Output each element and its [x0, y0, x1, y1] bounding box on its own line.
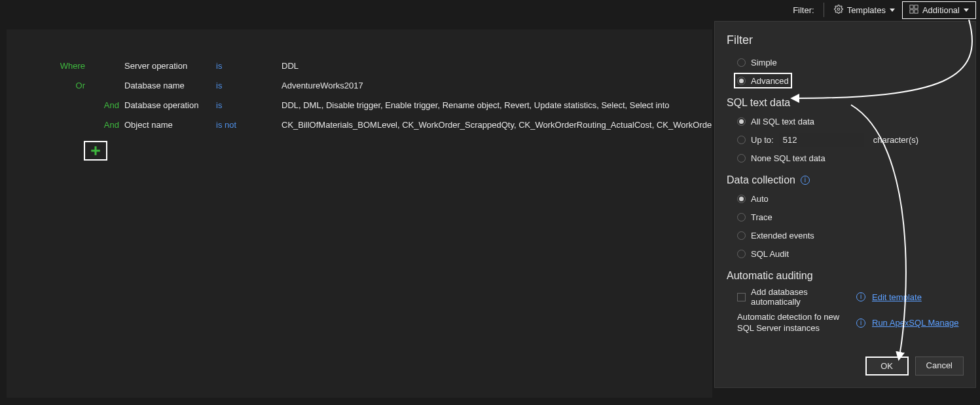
characters-suffix: character(s): [873, 135, 918, 145]
datacol-auto-label: Auto: [751, 194, 769, 204]
auto-detect-row: Automatic detection fo new SQL Server in…: [727, 312, 964, 334]
radio-icon: [737, 195, 746, 203]
filter-workspace: WhereServer operationisDDLOrDatabase nam…: [7, 29, 712, 398]
datacol-trace-option[interactable]: Trace: [737, 210, 964, 224]
ok-button[interactable]: OK: [865, 357, 909, 376]
sqltext-group: All SQL text data Up to: character(s) No…: [727, 114, 964, 165]
chevron-down-icon: [964, 9, 969, 12]
additional-label: Additional: [922, 5, 960, 15]
radio-icon: [737, 231, 746, 240]
chevron-down-icon: [890, 9, 895, 12]
rule-operator[interactable]: And: [7, 120, 124, 130]
additional-dropdown[interactable]: Additional: [902, 1, 976, 19]
checkbox-icon: [737, 293, 746, 301]
filter-section-title: Filter: [727, 33, 964, 47]
radio-icon: [737, 213, 746, 222]
datacollection-section-title: Data collection i: [727, 174, 964, 186]
rule-value[interactable]: CK_BillOfMaterials_BOMLevel, CK_WorkOrde…: [281, 120, 712, 130]
add-db-auto-row: Add databases automatically i Edit templ…: [727, 287, 964, 307]
rule-condition[interactable]: is: [216, 100, 281, 110]
datacol-audit-option[interactable]: SQL Audit: [737, 246, 964, 261]
datacollection-group: Auto Trace Extended events SQL Audit: [727, 191, 964, 261]
svg-point-0: [837, 8, 840, 10]
rule-operator[interactable]: Or: [7, 81, 124, 90]
plus-icon: [90, 145, 101, 157]
additional-icon: [909, 5, 918, 16]
rule-operator[interactable]: And: [7, 100, 124, 110]
sqltext-upto-input[interactable]: [779, 133, 864, 147]
filter-rule-row[interactable]: WhereServer operationisDDL: [7, 56, 712, 75]
datacol-auto-option[interactable]: Auto: [737, 191, 964, 206]
templates-dropdown[interactable]: Templates: [827, 1, 902, 19]
radio-icon: [737, 154, 746, 163]
filter-mode-group: Simple Advanced: [727, 55, 964, 88]
radio-icon: [737, 117, 746, 126]
rule-value[interactable]: AdventureWorks2017: [281, 81, 712, 90]
edit-template-link[interactable]: Edit template: [872, 292, 964, 302]
additional-options-panel: Filter Simple Advanced SQL text data All…: [714, 21, 976, 388]
sqltext-none-label: None SQL text data: [751, 153, 826, 163]
add-db-auto-label: Add databases automatically: [751, 287, 854, 307]
radio-icon: [737, 77, 746, 85]
rule-condition[interactable]: is: [216, 61, 281, 71]
rule-field[interactable]: Server operation: [124, 61, 216, 71]
rule-condition[interactable]: is: [216, 81, 281, 90]
rule-value[interactable]: DDL: [281, 61, 712, 71]
filter-rule-row[interactable]: AndDatabase operationisDDL, DML, Disable…: [7, 95, 712, 115]
svg-rect-4: [915, 9, 918, 12]
radio-icon: [737, 58, 746, 67]
radio-icon: [737, 250, 746, 258]
sqltext-all-option[interactable]: All SQL text data: [737, 114, 964, 128]
sqltext-all-label: All SQL text data: [751, 117, 814, 126]
filter-rule-row[interactable]: AndObject nameis notCK_BillOfMaterials_B…: [7, 115, 712, 134]
rule-field[interactable]: Database operation: [124, 100, 216, 110]
cancel-button[interactable]: Cancel: [915, 357, 964, 376]
rules-list: WhereServer operationisDDLOrDatabase nam…: [7, 29, 712, 134]
rule-field[interactable]: Object name: [124, 120, 216, 130]
sqltext-upto-label: Up to:: [751, 135, 774, 145]
add-rule-button[interactable]: [84, 141, 107, 161]
svg-rect-2: [915, 5, 918, 8]
filter-advanced-label: Advanced: [751, 76, 789, 86]
rule-operator[interactable]: Where: [7, 61, 124, 71]
filter-simple-option[interactable]: Simple: [737, 55, 964, 69]
filter-label: Filter:: [786, 5, 821, 15]
datacol-audit-label: SQL Audit: [751, 249, 789, 259]
rule-field[interactable]: Database name: [124, 81, 216, 90]
sqltext-section-title: SQL text data: [727, 97, 964, 109]
svg-rect-3: [910, 9, 913, 12]
radio-icon: [737, 136, 746, 144]
info-icon[interactable]: i: [856, 318, 865, 328]
gear-icon: [834, 5, 843, 16]
filter-advanced-option[interactable]: Advanced: [735, 73, 791, 88]
datacol-ext-label: Extended events: [751, 231, 814, 241]
datacol-ext-option[interactable]: Extended events: [737, 228, 964, 242]
separator: [824, 3, 824, 17]
autoaudit-section-title: Automatic auditing: [727, 270, 964, 282]
templates-label: Templates: [847, 5, 886, 15]
sqltext-none-option[interactable]: None SQL text data: [737, 151, 964, 165]
svg-rect-6: [91, 150, 100, 152]
datacollection-title-text: Data collection: [727, 174, 795, 186]
add-db-auto-option[interactable]: Add databases automatically: [737, 287, 854, 307]
filter-simple-label: Simple: [751, 58, 777, 68]
svg-rect-1: [910, 5, 913, 8]
rule-value[interactable]: DDL, DML, Disable trigger, Enable trigge…: [281, 100, 712, 110]
auto-detect-desc: Automatic detection fo new SQL Server in…: [737, 312, 854, 334]
filter-rule-row[interactable]: OrDatabase nameisAdventureWorks2017: [7, 75, 712, 95]
info-icon[interactable]: i: [856, 292, 865, 301]
run-apexsql-link[interactable]: Run ApexSQL Manage: [872, 318, 964, 328]
sqltext-upto-option[interactable]: Up to: character(s): [737, 132, 964, 147]
datacol-trace-label: Trace: [751, 212, 772, 222]
info-icon[interactable]: i: [801, 176, 810, 185]
dialog-buttons: OK Cancel: [865, 357, 964, 376]
top-toolbar: Filter: Templates Additional: [786, 0, 980, 20]
rule-condition[interactable]: is not: [216, 120, 281, 130]
